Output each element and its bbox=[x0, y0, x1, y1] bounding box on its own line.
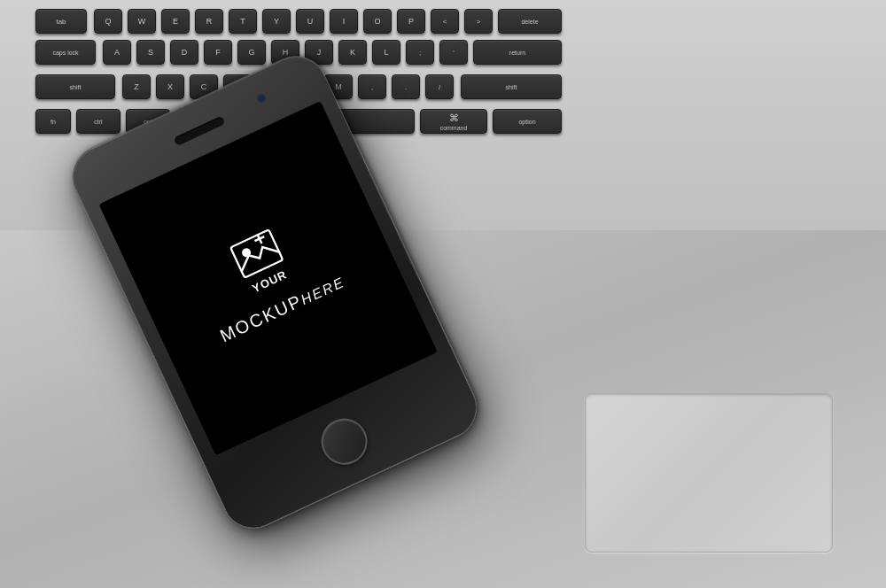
key-comma[interactable]: , bbox=[358, 74, 386, 99]
key-i[interactable]: I bbox=[330, 9, 358, 34]
key-slash[interactable]: / bbox=[425, 74, 454, 99]
key-shift-right[interactable]: shift bbox=[461, 74, 562, 99]
key-command-right[interactable]: ⌘ command bbox=[420, 109, 487, 134]
key-z[interactable]: Z bbox=[122, 74, 151, 99]
key-r[interactable]: R bbox=[195, 9, 223, 34]
key-k[interactable]: K bbox=[338, 40, 367, 65]
mockup-here-inline: HERE bbox=[299, 275, 347, 308]
key-caps-lock[interactable]: caps lock bbox=[35, 40, 96, 65]
key-u[interactable]: U bbox=[296, 9, 324, 34]
keyboard-row-zxcv: shift Z X C V B N M , . / shift bbox=[35, 74, 877, 103]
trackpad[interactable] bbox=[585, 393, 833, 553]
key-e[interactable]: E bbox=[161, 9, 190, 34]
keyboard-row-qwerty: tab Q W E R T Y U I O P < > delete bbox=[35, 9, 877, 34]
key-l[interactable]: L bbox=[372, 40, 400, 65]
key-g[interactable]: G bbox=[237, 40, 266, 65]
command-symbol-right: ⌘ bbox=[449, 112, 459, 124]
key-t[interactable]: T bbox=[229, 9, 257, 34]
key-open-bracket[interactable]: < bbox=[431, 9, 459, 34]
key-delete[interactable]: delete bbox=[498, 9, 562, 34]
key-ctrl[interactable]: ctrl bbox=[76, 109, 120, 134]
key-q[interactable]: Q bbox=[94, 9, 122, 34]
key-shift-left[interactable]: shift bbox=[35, 74, 115, 99]
key-w[interactable]: W bbox=[128, 9, 156, 34]
key-tab[interactable]: tab bbox=[35, 9, 87, 34]
key-o[interactable]: O bbox=[363, 9, 392, 34]
key-x[interactable]: X bbox=[156, 74, 184, 99]
key-y[interactable]: Y bbox=[262, 9, 291, 34]
key-close-bracket[interactable]: > bbox=[464, 9, 493, 34]
key-fn[interactable]: fn bbox=[35, 109, 71, 134]
phone-speaker bbox=[174, 116, 226, 146]
key-return[interactable]: return bbox=[473, 40, 562, 65]
phone-home-button[interactable] bbox=[314, 411, 375, 472]
key-d[interactable]: D bbox=[170, 40, 198, 65]
key-period[interactable]: . bbox=[392, 74, 420, 99]
key-option-right[interactable]: option bbox=[493, 109, 562, 134]
key-s[interactable]: S bbox=[136, 40, 165, 65]
mockup-content: YOUR MockUPHERE bbox=[188, 209, 348, 347]
keyboard-row-asdf: caps lock A S D F G H J K L ; ' return bbox=[35, 40, 877, 68]
key-quote[interactable]: ' bbox=[439, 40, 468, 65]
key-f[interactable]: F bbox=[204, 40, 232, 65]
key-p[interactable]: P bbox=[397, 9, 425, 34]
key-semicolon[interactable]: ; bbox=[406, 40, 434, 65]
key-a[interactable]: A bbox=[103, 40, 131, 65]
phone-camera bbox=[255, 92, 267, 104]
